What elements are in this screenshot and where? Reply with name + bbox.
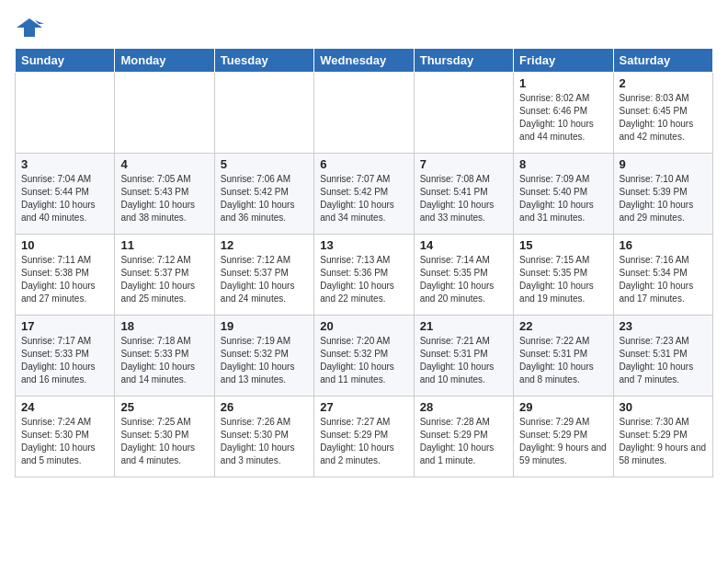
calendar-cell: 13Sunrise: 7:13 AM Sunset: 5:36 PM Dayli… xyxy=(314,235,414,316)
calendar-cell: 12Sunrise: 7:12 AM Sunset: 5:37 PM Dayli… xyxy=(214,235,313,316)
calendar-cell: 2Sunrise: 8:03 AM Sunset: 6:45 PM Daylig… xyxy=(613,73,712,154)
cell-info: Sunrise: 7:22 AM Sunset: 5:31 PM Dayligh… xyxy=(519,335,607,386)
day-number: 27 xyxy=(320,400,407,414)
cell-info: Sunrise: 7:09 AM Sunset: 5:40 PM Dayligh… xyxy=(519,173,607,224)
calendar-week-row: 17Sunrise: 7:17 AM Sunset: 5:33 PM Dayli… xyxy=(16,316,713,396)
day-number: 1 xyxy=(519,76,607,90)
weekday-header-saturday: Saturday xyxy=(613,49,712,73)
cell-info: Sunrise: 7:18 AM Sunset: 5:33 PM Dayligh… xyxy=(120,335,208,386)
day-number: 19 xyxy=(221,319,308,333)
cell-info: Sunrise: 7:04 AM Sunset: 5:44 PM Dayligh… xyxy=(21,173,108,224)
day-number: 10 xyxy=(21,238,108,252)
cell-info: Sunrise: 7:12 AM Sunset: 5:37 PM Dayligh… xyxy=(120,254,208,305)
calendar-cell xyxy=(16,73,115,154)
day-number: 16 xyxy=(620,238,707,252)
calendar-cell: 4Sunrise: 7:05 AM Sunset: 5:43 PM Daylig… xyxy=(115,154,214,235)
cell-info: Sunrise: 7:06 AM Sunset: 5:42 PM Dayligh… xyxy=(221,173,308,224)
calendar-cell: 6Sunrise: 7:07 AM Sunset: 5:42 PM Daylig… xyxy=(314,154,414,235)
cell-info: Sunrise: 7:29 AM Sunset: 5:29 PM Dayligh… xyxy=(519,416,607,467)
cell-info: Sunrise: 7:15 AM Sunset: 5:35 PM Dayligh… xyxy=(519,254,607,305)
calendar-cell: 7Sunrise: 7:08 AM Sunset: 5:41 PM Daylig… xyxy=(414,154,513,235)
calendar-cell: 24Sunrise: 7:24 AM Sunset: 5:30 PM Dayli… xyxy=(16,396,115,477)
day-number: 29 xyxy=(519,400,607,414)
calendar-cell: 28Sunrise: 7:28 AM Sunset: 5:29 PM Dayli… xyxy=(414,396,513,477)
cell-info: Sunrise: 7:17 AM Sunset: 5:33 PM Dayligh… xyxy=(21,335,108,386)
day-number: 4 xyxy=(120,157,208,171)
calendar-cell: 25Sunrise: 7:25 AM Sunset: 5:30 PM Dayli… xyxy=(115,396,214,477)
cell-info: Sunrise: 7:19 AM Sunset: 5:32 PM Dayligh… xyxy=(221,335,308,386)
day-number: 3 xyxy=(21,157,108,171)
weekday-header-row: SundayMondayTuesdayWednesdayThursdayFrid… xyxy=(16,49,713,73)
cell-info: Sunrise: 7:21 AM Sunset: 5:31 PM Dayligh… xyxy=(420,335,507,386)
day-number: 20 xyxy=(320,319,407,333)
calendar-week-row: 3Sunrise: 7:04 AM Sunset: 5:44 PM Daylig… xyxy=(16,154,713,235)
weekday-header-sunday: Sunday xyxy=(16,49,115,73)
cell-info: Sunrise: 8:02 AM Sunset: 6:46 PM Dayligh… xyxy=(519,92,607,144)
day-number: 24 xyxy=(21,400,108,414)
day-number: 7 xyxy=(420,157,507,171)
day-number: 22 xyxy=(519,319,607,333)
cell-info: Sunrise: 7:30 AM Sunset: 5:29 PM Dayligh… xyxy=(620,416,707,467)
cell-info: Sunrise: 7:08 AM Sunset: 5:41 PM Dayligh… xyxy=(420,173,507,224)
calendar-cell: 5Sunrise: 7:06 AM Sunset: 5:42 PM Daylig… xyxy=(214,154,313,235)
cell-info: Sunrise: 7:20 AM Sunset: 5:32 PM Dayligh… xyxy=(320,335,407,386)
calendar-week-row: 24Sunrise: 7:24 AM Sunset: 5:30 PM Dayli… xyxy=(16,396,713,477)
calendar-cell: 20Sunrise: 7:20 AM Sunset: 5:32 PM Dayli… xyxy=(314,316,414,396)
calendar-cell: 17Sunrise: 7:17 AM Sunset: 5:33 PM Dayli… xyxy=(16,316,115,396)
calendar-cell: 26Sunrise: 7:26 AM Sunset: 5:30 PM Dayli… xyxy=(214,396,313,477)
day-number: 28 xyxy=(420,400,507,414)
cell-info: Sunrise: 8:03 AM Sunset: 6:45 PM Dayligh… xyxy=(620,92,707,144)
cell-info: Sunrise: 7:27 AM Sunset: 5:29 PM Dayligh… xyxy=(320,416,407,467)
weekday-header-friday: Friday xyxy=(514,49,613,73)
cell-info: Sunrise: 7:24 AM Sunset: 5:30 PM Dayligh… xyxy=(21,416,108,467)
cell-info: Sunrise: 7:14 AM Sunset: 5:35 PM Dayligh… xyxy=(420,254,507,305)
calendar-cell: 27Sunrise: 7:27 AM Sunset: 5:29 PM Dayli… xyxy=(314,396,414,477)
day-number: 18 xyxy=(120,319,208,333)
calendar-table: SundayMondayTuesdayWednesdayThursdayFrid… xyxy=(15,48,713,477)
day-number: 14 xyxy=(420,238,507,252)
day-number: 6 xyxy=(320,157,407,171)
calendar-cell: 23Sunrise: 7:23 AM Sunset: 5:31 PM Dayli… xyxy=(613,316,712,396)
calendar-cell: 8Sunrise: 7:09 AM Sunset: 5:40 PM Daylig… xyxy=(514,154,613,235)
calendar-cell: 10Sunrise: 7:11 AM Sunset: 5:38 PM Dayli… xyxy=(16,235,115,316)
calendar-cell: 1Sunrise: 8:02 AM Sunset: 6:46 PM Daylig… xyxy=(514,73,613,154)
calendar-cell: 30Sunrise: 7:30 AM Sunset: 5:29 PM Dayli… xyxy=(613,396,712,477)
logo xyxy=(15,15,48,40)
calendar-cell xyxy=(214,73,313,154)
day-number: 30 xyxy=(620,400,707,414)
day-number: 15 xyxy=(519,238,607,252)
cell-info: Sunrise: 7:07 AM Sunset: 5:42 PM Dayligh… xyxy=(320,173,407,224)
cell-info: Sunrise: 7:11 AM Sunset: 5:38 PM Dayligh… xyxy=(21,254,108,305)
calendar-cell: 19Sunrise: 7:19 AM Sunset: 5:32 PM Dayli… xyxy=(214,316,313,396)
cell-info: Sunrise: 7:25 AM Sunset: 5:30 PM Dayligh… xyxy=(120,416,208,467)
day-number: 8 xyxy=(519,157,607,171)
page-header xyxy=(15,15,713,40)
day-number: 12 xyxy=(221,238,308,252)
cell-info: Sunrise: 7:10 AM Sunset: 5:39 PM Dayligh… xyxy=(620,173,707,224)
cell-info: Sunrise: 7:16 AM Sunset: 5:34 PM Dayligh… xyxy=(620,254,707,305)
calendar-cell: 18Sunrise: 7:18 AM Sunset: 5:33 PM Dayli… xyxy=(115,316,214,396)
calendar-cell: 9Sunrise: 7:10 AM Sunset: 5:39 PM Daylig… xyxy=(613,154,712,235)
day-number: 23 xyxy=(620,319,707,333)
calendar-cell xyxy=(314,73,414,154)
calendar-cell: 15Sunrise: 7:15 AM Sunset: 5:35 PM Dayli… xyxy=(514,235,613,316)
weekday-header-wednesday: Wednesday xyxy=(314,49,414,73)
day-number: 17 xyxy=(21,319,108,333)
day-number: 11 xyxy=(120,238,208,252)
calendar-cell: 11Sunrise: 7:12 AM Sunset: 5:37 PM Dayli… xyxy=(115,235,214,316)
day-number: 5 xyxy=(221,157,308,171)
day-number: 2 xyxy=(620,76,707,90)
logo-icon xyxy=(15,15,44,40)
cell-info: Sunrise: 7:23 AM Sunset: 5:31 PM Dayligh… xyxy=(620,335,707,386)
calendar-week-row: 1Sunrise: 8:02 AM Sunset: 6:46 PM Daylig… xyxy=(16,73,713,154)
svg-marker-0 xyxy=(17,18,42,37)
calendar-cell xyxy=(414,73,513,154)
weekday-header-thursday: Thursday xyxy=(414,49,513,73)
day-number: 25 xyxy=(120,400,208,414)
calendar-cell: 21Sunrise: 7:21 AM Sunset: 5:31 PM Dayli… xyxy=(414,316,513,396)
weekday-header-tuesday: Tuesday xyxy=(214,49,313,73)
calendar-cell: 16Sunrise: 7:16 AM Sunset: 5:34 PM Dayli… xyxy=(613,235,712,316)
cell-info: Sunrise: 7:05 AM Sunset: 5:43 PM Dayligh… xyxy=(120,173,208,224)
calendar-week-row: 10Sunrise: 7:11 AM Sunset: 5:38 PM Dayli… xyxy=(16,235,713,316)
cell-info: Sunrise: 7:12 AM Sunset: 5:37 PM Dayligh… xyxy=(221,254,308,305)
